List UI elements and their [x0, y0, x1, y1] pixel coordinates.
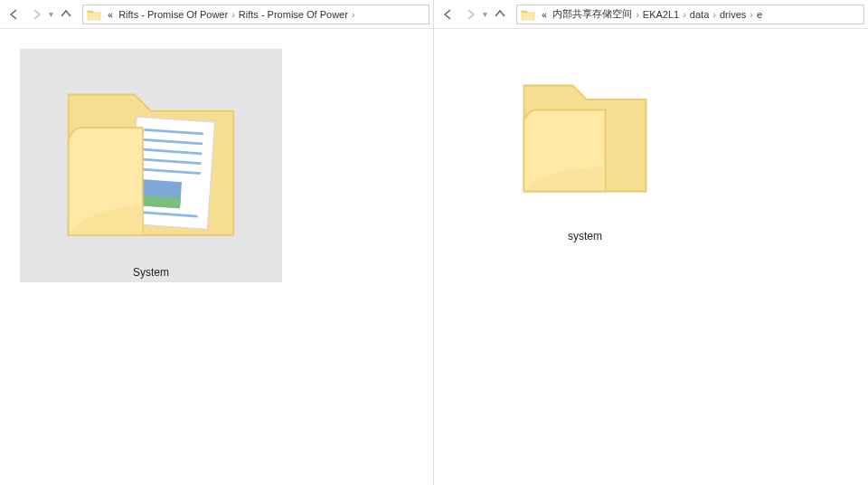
breadcrumb-segment[interactable]: drives — [717, 9, 749, 20]
folder-item-system[interactable]: System — [20, 49, 282, 282]
address-bar[interactable]: « 内部共享存储空间 › EKA2L1 › data › drives › e — [516, 5, 864, 24]
arrow-right-icon — [464, 8, 476, 21]
right-pane: ▾ « 内部共享存储空间 › EKA2L1 › data › drives › … — [434, 0, 868, 485]
breadcrumb-overflow[interactable]: « — [105, 9, 116, 20]
folder-label: system — [568, 230, 602, 242]
chevron-right-icon: › — [351, 9, 356, 20]
folder-label: System — [133, 266, 169, 279]
left-toolbar: ▾ « Rifts - Promise Of Power › Rifts - P… — [0, 0, 433, 29]
history-dropdown-indicator[interactable]: ▾ — [481, 9, 489, 19]
breadcrumb-segment[interactable]: Rifts - Promise Of Power — [236, 9, 351, 20]
breadcrumb-segment[interactable]: e — [754, 9, 765, 20]
up-button[interactable] — [55, 4, 77, 25]
address-bar[interactable]: « Rifts - Promise Of Power › Rifts - Pro… — [82, 5, 429, 24]
folder-large-icon — [35, 52, 267, 261]
breadcrumb-segment[interactable]: Rifts - Promise Of Power — [116, 9, 231, 20]
folder-large-icon — [495, 52, 675, 224]
breadcrumb-segment[interactable]: 内部共享存储空间 — [550, 7, 635, 21]
folder-item-system[interactable]: system — [454, 49, 716, 246]
history-dropdown-indicator[interactable]: ▾ — [47, 9, 55, 19]
folder-icon — [87, 7, 101, 22]
up-button[interactable] — [489, 4, 511, 25]
breadcrumb-segment[interactable]: data — [687, 9, 712, 20]
arrow-up-icon — [60, 8, 72, 21]
left-content[interactable]: System — [0, 29, 433, 302]
back-button[interactable] — [438, 4, 459, 25]
arrow-left-icon — [8, 8, 21, 21]
breadcrumb-overflow[interactable]: « — [539, 9, 550, 20]
arrow-left-icon — [442, 8, 455, 21]
back-button[interactable] — [4, 4, 25, 25]
folder-icon — [521, 7, 535, 22]
forward-button[interactable] — [25, 4, 47, 25]
right-content[interactable]: system — [434, 29, 868, 266]
left-pane: ▾ « Rifts - Promise Of Power › Rifts - P… — [0, 0, 434, 485]
forward-button[interactable] — [459, 4, 481, 25]
arrow-up-icon — [494, 8, 506, 21]
right-toolbar: ▾ « 内部共享存储空间 › EKA2L1 › data › drives › … — [434, 0, 868, 29]
breadcrumb-segment[interactable]: EKA2L1 — [640, 9, 682, 20]
arrow-right-icon — [30, 8, 42, 21]
